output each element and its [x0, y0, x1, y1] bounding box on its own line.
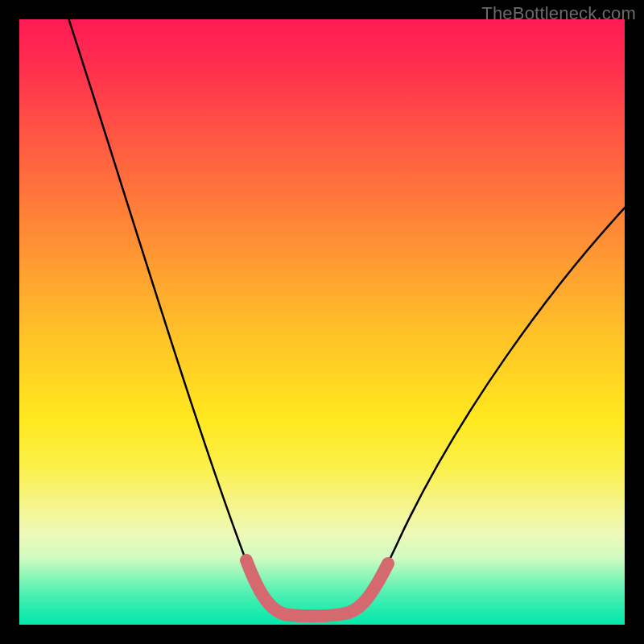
- watermark-text: TheBottleneck.com: [481, 3, 636, 24]
- chart-frame: TheBottleneck.com: [0, 0, 644, 644]
- plot-area: [19, 19, 625, 625]
- bottleneck-curve: [64, 19, 625, 616]
- curve-layer: [19, 19, 625, 625]
- highlight-segment: [246, 560, 388, 616]
